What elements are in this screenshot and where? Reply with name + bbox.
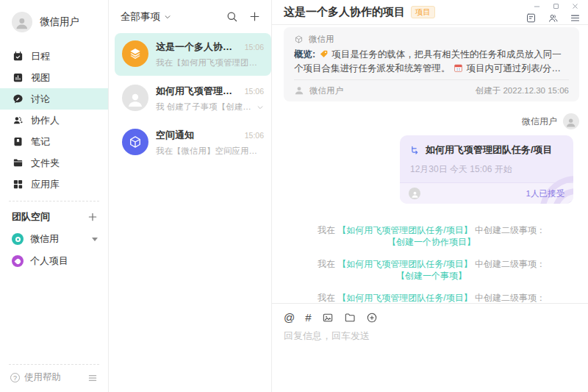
project-info-card[interactable]: 微信用 概览: 项目是任务的载体，把具有相关性的任务和成员放入同一个项目合集进行… bbox=[284, 27, 579, 101]
message-author-row: 微信用户 bbox=[284, 113, 579, 129]
subtask-branch-icon bbox=[410, 145, 420, 155]
sidebar-item-label: 应用库 bbox=[31, 178, 60, 191]
add-icon[interactable] bbox=[248, 10, 261, 23]
sidebar-item-discussion[interactable]: 讨论 bbox=[0, 88, 108, 110]
chevron-down-icon[interactable] bbox=[92, 238, 98, 241]
sidebar-bottom: 使用帮助 bbox=[0, 364, 108, 392]
project-tag-badge: 项目 bbox=[411, 6, 435, 18]
user-name: 微信用户 bbox=[40, 15, 79, 29]
card-footer: 微信用户 创建于 2022.12.30 15:06 bbox=[294, 84, 569, 97]
sys-suffix: 中创建二级事项： bbox=[475, 225, 545, 235]
task-title: 如何用飞项管理团队任务/项目 bbox=[426, 143, 553, 157]
help-label[interactable]: 使用帮助 bbox=[24, 371, 61, 384]
system-message: 我在 【如何用飞项管理团队任务/项目】 中创建二级事项： 【创建一个事项】 bbox=[284, 258, 579, 282]
sidebar-item-schedule[interactable]: 日程 bbox=[0, 46, 108, 67]
message-author-name: 微信用户 bbox=[522, 115, 557, 128]
task-card-bubble[interactable]: 如何用飞项管理团队任务/项目 12月30日 今天 15:06 开始 1人已接受 bbox=[400, 135, 573, 204]
sidebar-item-folders[interactable]: 文件夹 bbox=[0, 152, 108, 174]
list-item-title: 空间通知 bbox=[156, 129, 240, 142]
list-item-title: 如何用飞项管理团队任务... bbox=[156, 85, 240, 98]
task-time: 12月30日 今天 15:06 开始 bbox=[410, 163, 563, 176]
minimize-icon[interactable] bbox=[533, 2, 541, 10]
sys-created-item-link[interactable]: 【创建一个协作项目】 bbox=[387, 237, 476, 247]
sidebar-item-collaborators[interactable]: 协作人 bbox=[0, 110, 108, 131]
sidebar-item-notes[interactable]: 笔记 bbox=[0, 131, 108, 152]
sys-task-link[interactable]: 【如何用飞项管理团队任务/项目】 bbox=[337, 293, 472, 303]
user-avatar bbox=[122, 85, 148, 111]
list-item-space-notice[interactable]: 空间通知 15:06 我在【微信用】空间应用库内新增【... bbox=[115, 121, 271, 164]
topic-icon[interactable] bbox=[305, 312, 311, 324]
detail-header: 这是一个多人协作的项目 项目 bbox=[272, 0, 588, 25]
sys-task-link[interactable]: 【如何用飞项管理团队任务/项目】 bbox=[337, 225, 472, 235]
composer-toolbar bbox=[284, 312, 576, 324]
chart-icon bbox=[12, 72, 24, 83]
space-label: 个人项目 bbox=[30, 254, 68, 268]
composer bbox=[272, 303, 588, 392]
person-icon bbox=[565, 117, 576, 128]
user-profile[interactable]: 微信用户 bbox=[0, 0, 108, 41]
chevron-down-icon bbox=[164, 13, 171, 21]
plus-circle-icon[interactable] bbox=[366, 312, 378, 324]
user-avatar bbox=[12, 12, 32, 32]
sys-created-item-link[interactable]: 【创建一个事项】 bbox=[396, 271, 467, 281]
sys-prefix: 我在 bbox=[318, 225, 335, 235]
list-item-time: 15:06 bbox=[245, 43, 264, 51]
team-space-title: 团队空间 bbox=[12, 210, 50, 224]
window-controls bbox=[533, 2, 579, 10]
at-mention-icon[interactable] bbox=[284, 312, 295, 324]
sidebar-item-label: 文件夹 bbox=[31, 157, 60, 170]
sys-prefix: 我在 bbox=[318, 259, 335, 269]
assignee-avatar bbox=[409, 188, 420, 199]
close-icon[interactable] bbox=[571, 2, 579, 10]
sidebar-space-personal[interactable]: 个人项目 bbox=[0, 250, 108, 272]
list-item-task[interactable]: 如何用飞项管理团队任务... 15:06 我 创建了子事项【创建一个团... bbox=[115, 77, 271, 120]
space-label: 微信用 bbox=[30, 232, 59, 246]
attachment-folder-icon[interactable] bbox=[344, 312, 356, 324]
card-creator: 微信用户 bbox=[309, 85, 343, 96]
filter-dropdown[interactable]: 全部事项 bbox=[121, 10, 171, 24]
app-window: 微信用户 日程 视图 讨论 协作人 笔记 bbox=[0, 0, 588, 392]
system-message: 我在 【如何用飞项管理团队任务/项目】 中创建二级事项： 【创建一个协作项目】 bbox=[284, 224, 579, 248]
sidebar-space-wechat[interactable]: 微信用 bbox=[0, 228, 108, 250]
project-overview: 概览: 项目是任务的载体，把具有相关性的任务和成员放入同一个项目合集进行任务派发… bbox=[294, 48, 569, 76]
chevron-down-icon[interactable] bbox=[257, 104, 264, 111]
page-title: 这是一个多人协作的项目 bbox=[284, 5, 405, 19]
card-created-at: 创建于 2022.12.30 15:06 bbox=[476, 85, 569, 96]
list-item-project[interactable]: 这是一个多人协作的项目 15:06 我在【如何用飞项管理团队任务/项... bbox=[115, 33, 271, 76]
search-icon[interactable] bbox=[226, 10, 238, 23]
sidebar-item-apps[interactable]: 应用库 bbox=[0, 174, 108, 195]
maximize-icon[interactable] bbox=[552, 2, 560, 10]
sidebar-item-views[interactable]: 视图 bbox=[0, 67, 108, 88]
collaborators-icon[interactable] bbox=[548, 13, 559, 24]
system-message: 我在 【如何用飞项管理团队任务/项目】 中创建二级事项： 【创建一个团队空间】 bbox=[284, 292, 579, 303]
conversation-area: 微信用 概览: 项目是任务的载体，把具有相关性的任务和成员放入同一个项目合集进行… bbox=[272, 25, 588, 303]
team-space-section-header: 团队空间 bbox=[0, 202, 108, 228]
sys-task-link[interactable]: 【如何用飞项管理团队任务/项目】 bbox=[337, 259, 472, 269]
chat-icon bbox=[12, 93, 24, 104]
folder-icon bbox=[12, 157, 24, 168]
bubble-footer: 1人已接受 bbox=[400, 182, 573, 204]
more-menu-icon[interactable] bbox=[570, 13, 581, 24]
menu-icon[interactable] bbox=[87, 373, 98, 383]
note-icon bbox=[12, 136, 24, 147]
conversation-list-panel: 全部事项 这是一个多人协作的项目 15:06 我在【如何用飞项管理团队任务/项.… bbox=[109, 0, 272, 392]
person-icon bbox=[411, 190, 419, 199]
list-item-time: 15:06 bbox=[245, 87, 264, 96]
list-item-subtitle: 我 创建了子事项【创建一个团... bbox=[156, 101, 257, 113]
sidebar-item-label: 讨论 bbox=[31, 93, 50, 106]
sidebar-item-label: 日程 bbox=[31, 50, 50, 63]
list-item-subtitle: 我在【如何用飞项管理团队任务/项... bbox=[156, 57, 264, 68]
help-icon bbox=[10, 373, 20, 382]
people-icon bbox=[12, 115, 24, 126]
space-dot-icon bbox=[12, 255, 24, 267]
calendar-emoji-icon bbox=[453, 63, 463, 73]
space-cube-icon bbox=[122, 129, 148, 155]
add-space-icon[interactable] bbox=[87, 212, 98, 222]
image-icon[interactable] bbox=[322, 312, 334, 324]
reply-input[interactable] bbox=[284, 330, 576, 341]
sidebar-item-label: 笔记 bbox=[31, 135, 50, 149]
doc-icon[interactable] bbox=[526, 13, 537, 24]
space-dot-icon bbox=[12, 233, 24, 245]
sys-suffix: 中创建二级事项： bbox=[475, 259, 545, 269]
sys-suffix: 中创建二级事项： bbox=[475, 293, 545, 303]
